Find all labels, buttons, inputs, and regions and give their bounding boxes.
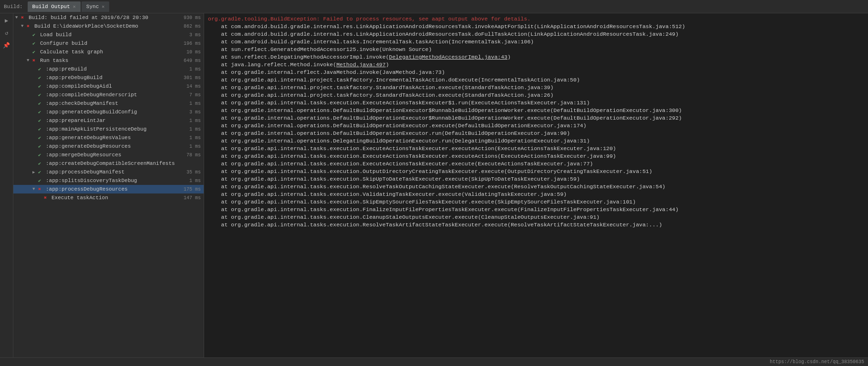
tab-sync[interactable]: Sync ✕ [82, 1, 109, 12]
log-line-22: at org.gradle.api.internal.tasks.executi… [208, 183, 864, 191]
tree-label-app-compiledebugrendscript: :app:compileDebugRenderscript [46, 92, 177, 98]
success-icon-app-mergedebugresources: ✔ [38, 152, 45, 158]
log-panel[interactable]: org.gradle.tooling.BuildException: Faile… [204, 13, 868, 357]
tree-label-app-generatedebugresvalues: :app:generateDebugResValues [46, 135, 177, 141]
tree-item-execute-taskaction[interactable]: ✖ Execute taskAction 147 ms [13, 193, 204, 202]
log-line-23: at org.gradle.api.internal.tasks.executi… [208, 191, 864, 198]
tree-time-execute-taskaction: 147 ms [177, 195, 204, 201]
tree-item-app-createdebugcompatiblescreenmanifests[interactable]: ✔ :app:createDebugCompatibleScreenManife… [13, 159, 204, 168]
log-line-10: at org.gradle.api.internal.project.taskf… [208, 92, 864, 99]
play-icon[interactable]: ▶ [1, 15, 12, 26]
tree-label-configure-build: Configure build [40, 41, 177, 46]
rerun-icon[interactable]: ↺ [1, 28, 12, 38]
success-icon-app-preparelintjar: ✔ [38, 118, 45, 123]
tree-time-load-build: 3 ms [177, 32, 204, 38]
tree-time-app-compiledebugrendscript: 7 ms [177, 92, 204, 98]
tree-label-app-checkdebugmanifest: :app:checkDebugManifest [46, 101, 177, 106]
tree-time-app-generatedebugbuildconfig: 3 ms [177, 110, 204, 115]
tree-label-app-generatedebugbuildconfig: :app:generateDebugBuildConfig [46, 109, 177, 115]
log-line-6: at java.lang.reflect.Method.invoke(Metho… [208, 61, 864, 69]
tree-time-configure-build: 196 ms [177, 41, 204, 46]
tree-time-app-checkdebugmanifest: 1 ms [177, 101, 204, 106]
tree-item-app-preparelintjar[interactable]: ✔ :app:prepareLintJar 1 ms [13, 116, 204, 125]
status-url: https://blog.csdn.net/qq_38350635 [770, 359, 864, 365]
tree-time-app-preparelintjar: 1 ms [177, 118, 204, 123]
tree-label-app-processdebugmanifest: :app:processDebugManifest [46, 169, 177, 175]
tree-item-app-generatedebugresvalues[interactable]: ✔ :app:generateDebugResValues 1 ms [13, 133, 204, 142]
tree-label-app-compiledebugaidl: :app:compileDebugAidl [46, 83, 177, 89]
tree-item-app-checkdebugmanifest[interactable]: ✔ :app:checkDebugManifest 1 ms [13, 99, 204, 108]
log-line-19: at org.gradle.api.internal.tasks.executi… [208, 160, 864, 168]
tree-time-app-splitsdiscoverytaskdebug: 1 ms [177, 178, 204, 183]
success-icon-app-compiledebugaidl: ✔ [38, 83, 45, 89]
tree-item-configure-build[interactable]: ✔ Configure build 196 ms [13, 39, 204, 48]
log-line-7: at org.gradle.internal.reflect.JavaMetho… [208, 69, 864, 76]
tree-item-app-splitsdiscoverytaskdebug[interactable]: ✔ :app:splitsDiscoveryTaskDebug 1 ms [13, 176, 204, 185]
log-line-0: org.gradle.tooling.BuildException: Faile… [208, 15, 864, 23]
tree-time-app-prebuild: 1 ms [177, 67, 204, 72]
tree-label-app-createdebugcompatiblescreenmanifests: :app:createDebugCompatibleScreenManifest… [46, 161, 177, 166]
log-line-25: at org.gradle.api.internal.tasks.executi… [208, 206, 864, 214]
tree-item-app-generatedebugbuildconfig[interactable]: ✔ :app:generateDebugBuildConfig 3 ms [13, 108, 204, 116]
tree-item-app-prebuild[interactable]: ✔ :app:preBuild 1 ms [13, 65, 204, 73]
tab-build-output[interactable]: Build Output ✕ [28, 1, 81, 12]
tree-item-app-processdebugmanifest[interactable]: ▶ ✔ :app:processDebugManifest 35 ms [13, 168, 204, 176]
tree-item-app-compiledebugaidl[interactable]: ✔ :app:compileDebugAidl 14 ms [13, 82, 204, 91]
log-line-8: at org.gradle.api.internal.project.taskf… [208, 76, 864, 84]
arrow-build-root: ▼ [15, 15, 21, 20]
tree-time-build-path: 862 ms [177, 24, 204, 29]
tree-label-app-processdebugresources: :app:processDebugResources [46, 186, 177, 192]
tree-item-run-tasks[interactable]: ▼ ✖ Run tasks 649 ms [13, 56, 204, 65]
arrow-run-tasks: ▼ [27, 58, 32, 63]
build-tree-scroll[interactable]: ▼ ✖ Build: build failed at 2019/6/28 20:… [13, 13, 204, 357]
log-line-24: at org.gradle.api.internal.tasks.executi… [208, 198, 864, 206]
tree-label-run-tasks: Run tasks [40, 58, 177, 63]
log-line-9: at org.gradle.api.internal.project.taskf… [208, 84, 864, 92]
tree-label-build-root: Build: build failed at 2019/6/28 20:30 [29, 15, 177, 20]
log-line-3: at com.android.build.gradle.internal.tas… [208, 38, 864, 46]
log-line-18: at org.gradle.api.internal.tasks.executi… [208, 152, 864, 160]
success-icon-app-mainapklistpersistencedebug: ✔ [38, 126, 45, 132]
tree-label-app-mainapklistpersistencedebug: :app:mainApkListPersistenceDebug [46, 126, 177, 132]
tree-label-build-path: Build E:\ideaWorkPlace\SocketDemo [34, 23, 177, 29]
tree-label-load-build: Load build [40, 32, 177, 38]
log-line-21: at org.gradle.api.internal.tasks.executi… [208, 175, 864, 183]
log-line-4: at sun.reflect.GeneratedMethodAccessor12… [208, 46, 864, 53]
tree-time-build-root: 930 ms [177, 15, 204, 20]
log-line-2: at com.android.build.gradle.internal.res… [208, 30, 864, 38]
tree-item-build-path[interactable]: ▼ ✖ Build E:\ideaWorkPlace\SocketDemo 86… [13, 22, 204, 30]
log-line-16: at org.gradle.internal.operations.Delega… [208, 137, 864, 145]
tree-time-app-compiledebugaidl: 14 ms [177, 84, 204, 89]
log-line-27: at org.gradle.api.internal.tasks.executi… [208, 221, 864, 229]
pin-icon[interactable]: 📌 [1, 40, 12, 51]
tab-build-output-close[interactable]: ✕ [73, 4, 76, 10]
success-icon-app-predebugbuild: ✔ [38, 75, 45, 81]
tree-label-app-prebuild: :app:preBuild [46, 66, 177, 72]
tree-label-app-splitsdiscoverytaskdebug: :app:splitsDiscoveryTaskDebug [46, 178, 177, 183]
tree-item-calculate-task-graph[interactable]: ✔ Calculate task graph 10 ms [13, 48, 204, 56]
tree-item-app-predebugbuild[interactable]: ✔ :app:preDebugBuild 301 ms [13, 73, 204, 82]
tree-label-app-generatedebugresources: :app:generateDebugResources [46, 143, 177, 149]
arrow-build-path: ▼ [21, 24, 27, 29]
error-icon-build-path: ✖ [27, 23, 33, 29]
tree-item-load-build[interactable]: ✔ Load build 3 ms [13, 30, 204, 39]
tree-item-app-generatedebugresources[interactable]: ✔ :app:generateDebugResources 1 ms [13, 142, 204, 151]
tree-item-app-processdebugresources[interactable]: ▼ ✖ :app:processDebugResources 175 ms [13, 185, 204, 193]
log-line-15: at org.gradle.internal.operations.Defaul… [208, 130, 864, 137]
error-icon-build-root: ✖ [21, 15, 28, 20]
tree-label-calculate-task-graph: Calculate task graph [40, 49, 177, 55]
success-icon-app-prebuild: ✔ [38, 66, 45, 72]
log-line-11: at org.gradle.api.internal.tasks.executi… [208, 99, 864, 107]
tree-item-app-mergedebugresources[interactable]: ✔ :app:mergeDebugResources 78 ms [13, 151, 204, 159]
tree-label-app-predebugbuild: :app:preDebugBuild [46, 75, 177, 81]
icon-sidebar: ▶ ↺ 📌 [0, 13, 13, 357]
tree-item-build-root[interactable]: ▼ ✖ Build: build failed at 2019/6/28 20:… [13, 13, 204, 22]
log-line-20: at org.gradle.api.internal.tasks.executi… [208, 168, 864, 175]
tree-item-app-compiledebugrendscript[interactable]: ✔ :app:compileDebugRenderscript 7 ms [13, 91, 204, 99]
tab-sync-close[interactable]: ✕ [102, 4, 104, 10]
tree-item-app-mainapklistpersistencedebug[interactable]: ✔ :app:mainApkListPersistenceDebug 1 ms [13, 125, 204, 133]
status-bar: https://blog.csdn.net/qq_38350635 [0, 357, 868, 366]
tab-sync-label: Sync [86, 4, 99, 10]
build-label: Build: [2, 4, 25, 10]
tree-label-app-preparelintjar: :app:prepareLintJar [46, 118, 177, 123]
